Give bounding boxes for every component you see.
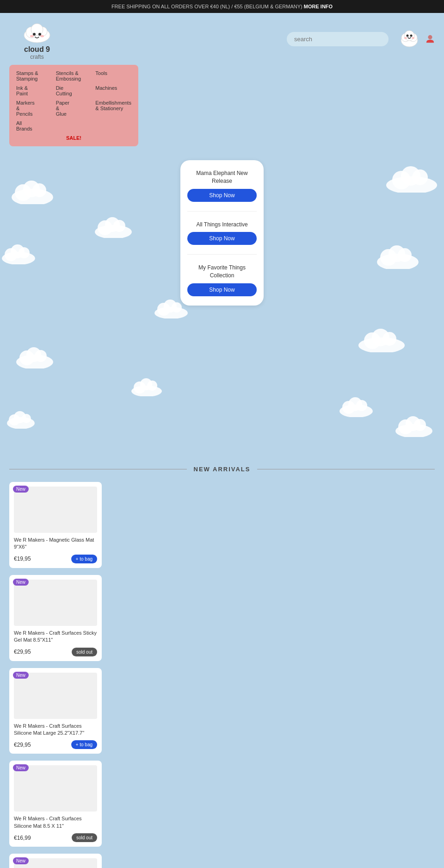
nav-item-die[interactable]: DieCutting <box>56 84 92 97</box>
cloud-1 <box>9 179 56 206</box>
svg-point-16 <box>428 35 432 39</box>
product-price-4: €16,99 <box>14 835 31 841</box>
svg-point-15 <box>412 37 414 39</box>
search-input[interactable] <box>287 32 388 46</box>
cloud-6 <box>375 244 421 271</box>
product-badge-4: New <box>13 764 29 771</box>
new-arrivals-section: NEW ARRIVALS New We R Makers - Magnetic … <box>0 456 444 868</box>
svg-point-5 <box>38 33 41 36</box>
nav-item-markers[interactable]: Markers&Pencils <box>16 99 52 118</box>
promo-card-mft: My Favorite Things Collection Shop Now <box>187 264 257 296</box>
section-header-line-left <box>9 469 187 469</box>
svg-point-3 <box>31 24 43 36</box>
cloud-10 <box>92 216 134 240</box>
sold-out-btn-4: sold out <box>72 833 97 842</box>
header-right <box>287 27 435 50</box>
promo-card-title-3: My Favorite Things Collection <box>187 264 257 280</box>
nav-item-embellishments[interactable]: Embellishments& Stationery <box>95 99 131 118</box>
header: cloud 9 crafts <box>0 13 444 65</box>
svg-point-36 <box>401 166 420 186</box>
nav-item-sale[interactable]: SALE! <box>16 134 131 142</box>
mascot-icon <box>398 27 421 50</box>
product-card-5: New <box>9 854 102 868</box>
product-price-1: €19,95 <box>14 556 31 562</box>
product-badge-2: New <box>13 579 29 586</box>
banner-text: FREE SHIPPING ON ALL ORDERS OVER €40 (NL… <box>111 4 302 9</box>
logo-icon <box>18 18 56 45</box>
add-to-bag-btn-3[interactable]: + to bag <box>71 740 97 749</box>
cloud-3 <box>14 345 56 370</box>
logo-subtext: crafts <box>30 54 43 60</box>
shop-now-btn-1[interactable]: Shop Now <box>187 189 257 202</box>
product-card-3: New We R Makers - Craft Surfaces Silicon… <box>9 668 102 754</box>
promo-divider-1 <box>187 211 257 212</box>
section-title: NEW ARRIVALS <box>187 466 258 473</box>
product-image-4 <box>14 765 97 812</box>
product-card-2: New We R Makers - Craft Surfaces Sticky … <box>9 575 102 661</box>
section-header: NEW ARRIVALS <box>9 466 435 473</box>
product-footer-3: €29,95 + to bag <box>14 740 97 749</box>
nav-item-all-brands[interactable]: AllBrands <box>16 119 52 132</box>
svg-point-6 <box>30 35 34 37</box>
cloud-2 <box>0 244 37 266</box>
svg-point-11 <box>404 31 414 41</box>
product-image-3 <box>14 673 97 719</box>
more-info-link[interactable]: MORE INFO <box>304 4 333 9</box>
product-name-2: We R Makers - Craft Surfaces Sticky Gel … <box>14 630 97 644</box>
user-svg <box>426 34 435 44</box>
cloud-9 <box>393 415 435 439</box>
svg-point-48 <box>348 397 362 411</box>
product-badge-3: New <box>13 672 29 679</box>
product-name-1: We R Makers - Magnetic Glass Mat 9"X6" <box>14 537 97 551</box>
shop-now-btn-2[interactable]: Shop Now <box>187 232 257 245</box>
svg-point-20 <box>23 181 40 197</box>
nav-item-ink[interactable]: Ink &Paint <box>16 84 52 97</box>
account-icon[interactable] <box>426 34 435 44</box>
svg-point-4 <box>33 33 36 36</box>
svg-point-32 <box>14 411 26 423</box>
product-image-1 <box>14 487 97 533</box>
svg-point-13 <box>410 35 413 37</box>
product-badge-1: New <box>13 486 29 493</box>
logo-text: cloud 9 <box>24 45 50 54</box>
nav-area: Stamps &Stamping Stencils &Embossing Too… <box>0 65 444 151</box>
promo-card-mama: Mama Elephant New Release Shop Now <box>187 169 257 202</box>
cloud-4 <box>5 410 37 431</box>
cloud-12 <box>130 378 164 398</box>
nav-item-stencils[interactable]: Stencils &Embossing <box>56 69 92 82</box>
product-footer-1: €19,95 + to bag <box>14 555 97 563</box>
promo-card-title-2: All Things Interactive <box>187 221 257 229</box>
section-header-line-right <box>257 469 435 469</box>
nav-item-tools[interactable]: Tools <box>95 69 131 82</box>
nav-item-machines[interactable]: Machines <box>95 84 131 97</box>
svg-point-60 <box>164 300 177 312</box>
product-image-2 <box>14 580 97 626</box>
promo-divider-2 <box>187 254 257 255</box>
top-banner: FREE SHIPPING ON ALL ORDERS OVER €40 (NL… <box>0 0 444 13</box>
product-name-4: We R Makers - Craft Surfaces Silicone Ma… <box>14 815 97 830</box>
product-card-4: New We R Makers - Craft Surfaces Silicon… <box>9 761 102 847</box>
product-list: New We R Makers - Magnetic Glass Mat 9"X… <box>9 482 102 868</box>
nav-dropdown: Stamps &Stamping Stencils &Embossing Too… <box>9 65 138 146</box>
svg-point-12 <box>407 35 409 37</box>
svg-point-64 <box>140 378 152 390</box>
shop-now-btn-3[interactable]: Shop Now <box>187 283 257 296</box>
svg-point-52 <box>406 416 420 431</box>
sold-out-btn-2: sold out <box>72 648 97 656</box>
header-icons <box>398 27 435 50</box>
product-name-3: We R Makers - Craft Surfaces Silicone Ma… <box>14 723 97 737</box>
nav-item-stamps[interactable]: Stamps &Stamping <box>16 69 52 82</box>
svg-point-24 <box>11 244 25 258</box>
hero-section: Mama Elephant New Release Shop Now All T… <box>0 151 444 456</box>
product-badge-5: New <box>13 857 29 864</box>
add-to-bag-btn-1[interactable]: + to bag <box>71 555 97 563</box>
promo-card-title-1: Mama Elephant New Release <box>187 169 257 185</box>
promo-card-interactive: All Things Interactive Shop Now <box>187 221 257 245</box>
product-price-2: €29,95 <box>14 649 31 655</box>
svg-point-44 <box>372 329 389 346</box>
cloud-7 <box>356 327 407 354</box>
svg-point-7 <box>40 35 44 37</box>
nav-item-paper[interactable]: Paper&Glue <box>56 99 92 118</box>
svg-point-40 <box>388 245 405 262</box>
logo-area[interactable]: cloud 9 crafts <box>9 18 65 60</box>
